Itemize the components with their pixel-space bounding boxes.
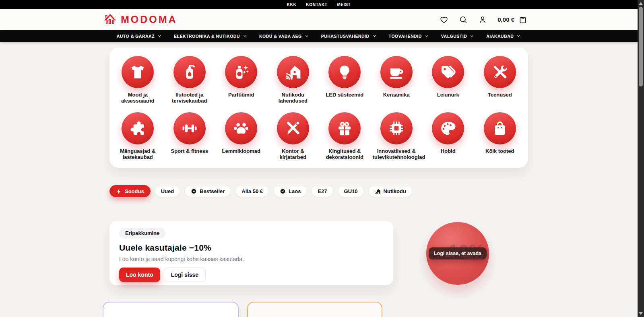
chip-bestseller[interactable]: Bestseller bbox=[184, 185, 231, 197]
topbar-link-meist[interactable]: MEIST bbox=[337, 2, 351, 7]
chip-label: Soodus bbox=[125, 188, 144, 194]
category-item-parfuumid[interactable]: Parfüümid bbox=[215, 56, 267, 104]
chip-label: Bestseller bbox=[200, 188, 225, 194]
chip-uued[interactable]: Uued bbox=[155, 185, 181, 197]
category-item-keraamika[interactable]: Keraamika bbox=[371, 56, 423, 104]
category-label: Hobid bbox=[441, 148, 456, 154]
chip-laos[interactable]: Laos bbox=[273, 185, 307, 197]
nav-label: AIAKAUBAD bbox=[486, 34, 514, 39]
utility-bar: KKK KONTAKT MEIST bbox=[0, 0, 638, 9]
nav-label: ELEKTROONIKA & NUTIKODU bbox=[174, 34, 240, 39]
scrollbar[interactable] bbox=[638, 0, 644, 317]
category-item-leiunurk[interactable]: Leiunurk bbox=[422, 56, 474, 104]
category-item-mood-ja-aksessuaarid[interactable]: Mood ja aksessuaarid bbox=[112, 56, 164, 104]
category-label: Ilutooted ja tervisekaubad bbox=[166, 92, 213, 104]
gift-icon bbox=[336, 120, 353, 137]
scrollbar-up-arrow[interactable] bbox=[639, 2, 643, 5]
category-circle bbox=[277, 56, 309, 88]
nav-item-kodu-vaba-aeg[interactable]: KODU & VABA AEG bbox=[259, 34, 309, 39]
category-label: LED süsteemid bbox=[326, 92, 363, 98]
login-to-unlock-badge[interactable]: Logi sisse, et avada bbox=[429, 247, 487, 259]
chevron-down-icon bbox=[305, 34, 309, 38]
brand-logo[interactable]: MODOMA bbox=[103, 13, 178, 26]
category-item-kontor-kirjatarbed[interactable]: Kontor & kirjatarbed bbox=[267, 112, 319, 161]
check-badge-icon bbox=[280, 188, 286, 194]
category-label: Kingitused & dekoratsioonid bbox=[321, 148, 368, 161]
category-item-sport-fitness[interactable]: Sport & fitness bbox=[164, 112, 216, 161]
scrollbar-down-arrow[interactable] bbox=[639, 312, 643, 315]
chevron-down-icon bbox=[470, 34, 474, 38]
teaser-card-orange[interactable] bbox=[247, 302, 382, 317]
chip-nutikodu[interactable]: Nutikodu bbox=[368, 185, 413, 197]
nav-item-valgustid[interactable]: VALGUSTID bbox=[441, 34, 474, 39]
category-circle bbox=[122, 56, 154, 88]
cart-button[interactable]: 0,00 € bbox=[497, 15, 527, 24]
nav-item-puhastusvahendid[interactable]: PUHASTUSVAHENDID bbox=[321, 34, 377, 39]
category-item-hobid[interactable]: Hobid bbox=[422, 112, 474, 161]
page: KKK KONTAKT MEIST MODOMA bbox=[0, 0, 638, 317]
chevron-down-icon bbox=[243, 34, 247, 38]
filter-chips: Soodus Uued Bestseller Alla 50 € Laos E2… bbox=[109, 185, 528, 197]
teaser-card-purple[interactable] bbox=[103, 302, 239, 317]
pens-icon bbox=[285, 120, 301, 137]
chip-icon bbox=[388, 120, 405, 137]
chip-gu10[interactable]: GU10 bbox=[338, 185, 364, 197]
category-label: Kontor & kirjatarbed bbox=[269, 148, 317, 161]
category-circle bbox=[173, 112, 206, 144]
topbar-link-kkk[interactable]: KKK bbox=[287, 2, 297, 7]
category-circle bbox=[225, 56, 257, 88]
login-button[interactable]: Logi sisse bbox=[164, 268, 206, 282]
category-label: Parfüümid bbox=[228, 92, 254, 98]
tshirt-icon bbox=[129, 64, 146, 80]
tags-icon bbox=[440, 64, 456, 80]
category-item-koik-tooted[interactable]: Kõik tooted bbox=[474, 112, 526, 161]
chip-label: Alla 50 € bbox=[242, 188, 263, 194]
scrollbar-thumb[interactable] bbox=[639, 7, 643, 86]
category-circle bbox=[432, 112, 464, 144]
chip-e27[interactable]: E27 bbox=[311, 185, 333, 197]
chip-label: Nutikodu bbox=[384, 188, 406, 194]
nav-item-auto-garaaz[interactable]: AUTO & GARAAŽ bbox=[117, 34, 162, 39]
chip-alla-50[interactable]: Alla 50 € bbox=[235, 185, 269, 197]
chevron-down-icon bbox=[372, 34, 377, 38]
pump-bottle-icon bbox=[181, 64, 198, 80]
category-item-kingitused[interactable]: Kingitused & dekoratsioonid bbox=[319, 112, 371, 161]
category-label: Innovatiivsed & tulevikutehnoloogiad bbox=[373, 148, 420, 161]
category-item-lemmikloomad[interactable]: Lemmikloomad bbox=[215, 112, 267, 161]
category-label: Teenused bbox=[488, 92, 512, 98]
shopping-bag-icon bbox=[491, 120, 508, 137]
wishlist-heart-icon[interactable] bbox=[440, 15, 448, 24]
bolt-icon bbox=[116, 188, 122, 194]
flame-badge-icon bbox=[191, 188, 197, 194]
site-header: MODOMA 0,00 € bbox=[0, 9, 638, 30]
chevron-down-icon bbox=[425, 34, 429, 38]
category-circle bbox=[380, 56, 413, 88]
search-icon[interactable] bbox=[459, 15, 468, 24]
category-item-led-susteemid[interactable]: LED süsteemid bbox=[319, 56, 371, 104]
category-item-nutikodu-lahendused[interactable]: Nutikodu lahendused bbox=[267, 56, 319, 104]
category-circle bbox=[277, 112, 309, 144]
category-item-ilutooted[interactable]: Ilutooted ja tervisekaubad bbox=[164, 56, 216, 104]
chip-label: E27 bbox=[318, 188, 327, 194]
tools-icon bbox=[491, 64, 508, 80]
category-circle bbox=[173, 56, 206, 88]
paw-icon bbox=[233, 120, 250, 137]
category-circle bbox=[484, 112, 516, 144]
nav-item-toovahendid[interactable]: TÖÖVAHENDID bbox=[389, 34, 429, 39]
category-item-innovatiivsed[interactable]: Innovatiivsed & tulevikutehnoloogiad bbox=[371, 112, 423, 161]
category-item-teenused[interactable]: Teenused bbox=[474, 56, 526, 104]
nav-item-elektroonika-nutikodu[interactable]: ELEKTROONIKA & NUTIKODU bbox=[174, 34, 247, 39]
promo-buttons: Loo konto Logi sisse bbox=[119, 268, 384, 282]
category-item-manguasjad[interactable]: Mänguasjad & lastekaubad bbox=[112, 112, 164, 161]
topbar-link-kontakt[interactable]: KONTAKT bbox=[306, 2, 327, 7]
create-account-button[interactable]: Loo konto bbox=[119, 268, 160, 282]
category-circle bbox=[432, 56, 464, 88]
chip-soodus[interactable]: Soodus bbox=[109, 185, 151, 197]
category-label: Mood ja aksessuaarid bbox=[114, 92, 161, 104]
nav-label: PUHASTUSVAHENDID bbox=[321, 34, 369, 39]
chip-label: GU10 bbox=[344, 188, 358, 194]
nav-item-aiakaubad[interactable]: AIAKAUBAD bbox=[486, 34, 521, 39]
account-user-icon[interactable] bbox=[478, 15, 487, 24]
main-nav: AUTO & GARAAŽ ELEKTROONIKA & NUTIKODU KO… bbox=[0, 30, 638, 42]
nav-label: KODU & VABA AEG bbox=[259, 34, 302, 39]
